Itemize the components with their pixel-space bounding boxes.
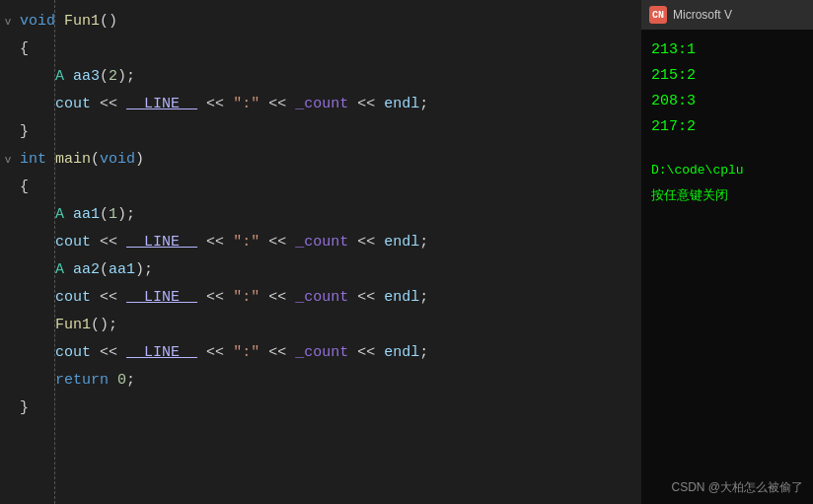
code-line: cout << __LINE__ << ":" << _count << end…: [0, 284, 656, 312]
terminal-output-line: 208:3: [651, 89, 803, 114]
code-line: {: [0, 174, 656, 201]
code-line: return 0;: [0, 367, 656, 395]
fold-arrow[interactable]: v: [0, 146, 16, 174]
terminal-output-line: 217:2: [651, 114, 803, 140]
terminal-path: D:\code\cplu: [651, 158, 803, 183]
code-line: }: [0, 118, 656, 146]
fold-arrow[interactable]: v: [0, 8, 16, 36]
code-line: cout << __LINE__ << ":" << _count << end…: [0, 339, 656, 367]
terminal-exit-text: 按任意键关闭: [651, 183, 803, 209]
terminal-app-icon: CN: [649, 6, 667, 24]
terminal-body: 213:1215:2208:3217:2 D:\code\cplu 按任意键关闭: [641, 30, 813, 504]
terminal-output-line: 215:2: [651, 63, 803, 89]
code-line: cout << __LINE__ << ":" << _count << end…: [0, 229, 656, 256]
terminal-output-line: 213:1: [651, 37, 803, 63]
code-line: vint main(void): [0, 146, 656, 174]
code-line: A aa1(1);: [0, 201, 656, 229]
code-line: vvoid Fun1(): [0, 8, 656, 36]
terminal-titlebar: CN Microsoft V: [641, 0, 813, 30]
code-line: {: [0, 36, 656, 63]
code-line: Fun1();: [0, 312, 656, 339]
code-line: A aa3(2);: [0, 63, 656, 91]
terminal-title: Microsoft V: [673, 8, 732, 22]
code-line: cout << __LINE__ << ":" << _count << end…: [0, 91, 656, 118]
code-editor[interactable]: vvoid Fun1(){A aa3(2);cout << __LINE__ <…: [0, 0, 656, 504]
code-line: }: [0, 395, 656, 422]
terminal-panel: CN Microsoft V 213:1215:2208:3217:2 D:\c…: [641, 0, 813, 504]
code-line: A aa2(aa1);: [0, 256, 656, 284]
